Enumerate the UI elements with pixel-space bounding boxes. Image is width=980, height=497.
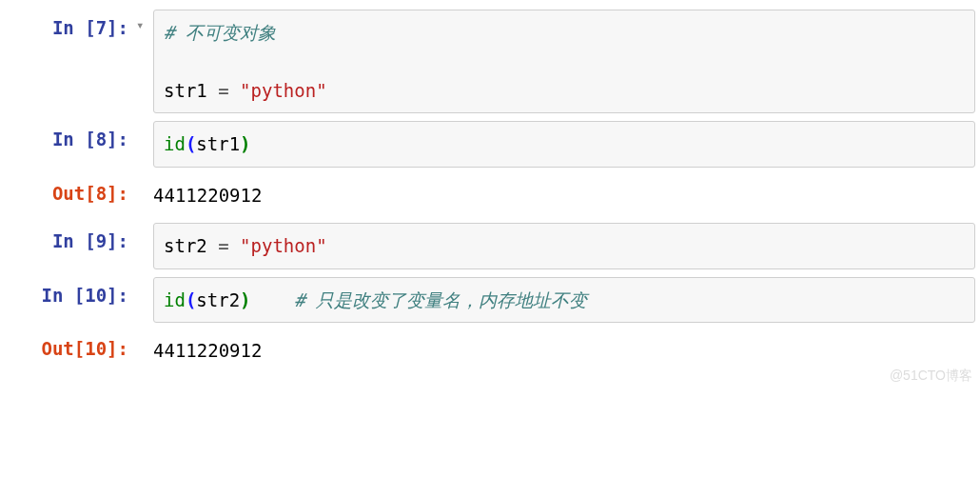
code-function: id	[164, 133, 186, 154]
input-prompt: In [9]:	[5, 223, 136, 268]
code-comment: # 只是改变了变量名，内存地址不变	[294, 289, 587, 310]
output-text: 4411220912	[153, 175, 975, 216]
output-prompt: Out[10]:	[5, 330, 136, 371]
code-paren: )	[240, 289, 250, 310]
code-variable: str1	[196, 133, 240, 154]
run-arrow-icon[interactable]: ▾	[136, 10, 153, 113]
output-cell: Out[10]: 4411220912	[5, 330, 975, 371]
code-input[interactable]: id(str1)	[153, 121, 975, 167]
output-text: 4411220912	[153, 330, 975, 371]
run-arrow-spacer	[136, 330, 153, 371]
code-cell: In [7]: ▾ # 不可变对象 str1 = "python"	[5, 10, 975, 113]
input-prompt: In [7]:	[5, 10, 136, 113]
code-paren: (	[186, 133, 196, 154]
output-cell: Out[8]: 4411220912	[5, 175, 975, 216]
run-arrow-spacer	[136, 175, 153, 216]
input-prompt: In [10]:	[5, 277, 136, 323]
run-arrow-spacer	[136, 223, 153, 268]
code-function: id	[164, 289, 186, 310]
watermark-text: @51CTO博客	[890, 368, 972, 385]
code-cell: In [9]: str2 = "python"	[5, 223, 975, 268]
code-variable: str1	[164, 80, 207, 101]
code-input[interactable]: str2 = "python"	[153, 223, 975, 268]
input-prompt: In [8]:	[5, 121, 136, 167]
run-arrow-spacer	[136, 121, 153, 167]
code-string: "python"	[240, 235, 327, 256]
code-cell: In [10]: id(str2) # 只是改变了变量名，内存地址不变	[5, 277, 975, 323]
code-operator: =	[207, 235, 240, 256]
code-cell: In [8]: id(str1)	[5, 121, 975, 167]
run-arrow-spacer	[136, 277, 153, 323]
code-input[interactable]: id(str2) # 只是改变了变量名，内存地址不变	[153, 277, 975, 323]
code-string: "python"	[240, 80, 327, 101]
code-paren: (	[186, 289, 196, 310]
code-input[interactable]: # 不可变对象 str1 = "python"	[153, 10, 975, 113]
code-paren: )	[240, 133, 250, 154]
output-prompt: Out[8]:	[5, 175, 136, 216]
code-operator: =	[207, 80, 240, 101]
code-comment: # 不可变对象	[164, 22, 276, 43]
code-variable: str2	[164, 235, 207, 256]
code-variable: str2	[196, 289, 240, 310]
